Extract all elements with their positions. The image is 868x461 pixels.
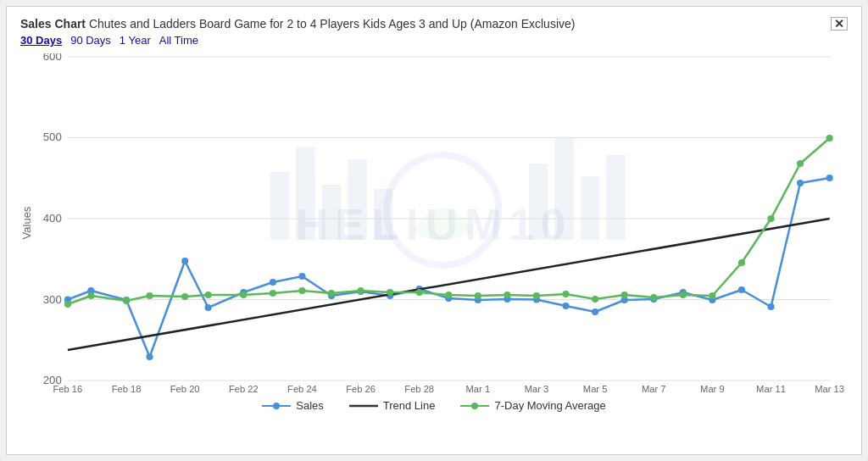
- svg-point-84: [650, 294, 657, 301]
- chart-container: Sales Chart Chutes and Ladders Board Gam…: [6, 6, 862, 455]
- svg-rect-4: [348, 159, 366, 240]
- svg-point-85: [680, 292, 687, 298]
- filter-alltime[interactable]: All Time: [159, 34, 198, 47]
- svg-point-60: [767, 303, 774, 310]
- chart-svg: HELIUM10: [20, 53, 848, 392]
- svg-text:600: 600: [43, 53, 62, 63]
- chart-area: HELIUM10: [20, 53, 848, 392]
- svg-rect-2: [296, 147, 314, 240]
- svg-point-74: [358, 287, 364, 294]
- close-button[interactable]: ✕: [831, 17, 848, 31]
- svg-point-88: [767, 215, 774, 222]
- svg-rect-8: [581, 176, 599, 240]
- svg-text:Feb 26: Feb 26: [346, 384, 376, 392]
- svg-point-44: [298, 273, 305, 280]
- filter-30days[interactable]: 30 Days: [20, 34, 62, 47]
- svg-rect-6: [529, 164, 548, 240]
- legend-trend-label: Trend Line: [383, 399, 436, 412]
- svg-text:Feb 28: Feb 28: [404, 384, 434, 392]
- svg-point-68: [181, 293, 188, 300]
- svg-point-39: [146, 353, 153, 360]
- svg-point-76: [416, 289, 423, 296]
- svg-point-89: [797, 160, 804, 167]
- svg-text:Values: Values: [20, 206, 33, 239]
- svg-text:Mar 7: Mar 7: [642, 384, 666, 392]
- chart-title: Sales Chart Chutes and Ladders Board Gam…: [20, 17, 575, 31]
- svg-point-80: [533, 292, 540, 299]
- legend-mavg-label: 7-Day Moving Average: [494, 399, 605, 412]
- svg-point-59: [738, 286, 745, 293]
- svg-point-64: [64, 301, 71, 308]
- svg-point-86: [709, 292, 715, 299]
- svg-point-41: [205, 304, 212, 311]
- svg-text:Feb 16: Feb 16: [53, 384, 83, 392]
- svg-text:Feb 20: Feb 20: [170, 384, 200, 392]
- chart-title-rest: Chutes and Ladders Board Game for 2 to 4…: [86, 17, 575, 31]
- svg-point-70: [240, 292, 247, 298]
- legend-sales-icon: [262, 401, 291, 411]
- svg-text:Feb 24: Feb 24: [287, 384, 317, 392]
- svg-point-54: [592, 308, 598, 315]
- filter-90days[interactable]: 90 Days: [70, 34, 111, 47]
- legend-mavg: 7-Day Moving Average: [460, 399, 605, 412]
- filter-1year[interactable]: 1 Year: [120, 34, 151, 47]
- svg-text:400: 400: [43, 212, 62, 225]
- svg-point-92: [273, 403, 280, 409]
- legend-trend-icon: [349, 401, 378, 411]
- svg-text:Mar 13: Mar 13: [815, 384, 844, 392]
- svg-point-71: [270, 290, 276, 297]
- chart-title-bold: Sales Chart: [20, 17, 86, 31]
- svg-point-82: [592, 296, 598, 303]
- svg-point-73: [328, 290, 335, 297]
- chart-header: Sales Chart Chutes and Ladders Board Gam…: [20, 17, 848, 31]
- svg-point-53: [562, 303, 569, 309]
- time-filter-bar: 30 Days 90 Days 1 Year All Time: [20, 34, 848, 47]
- svg-text:500: 500: [43, 131, 62, 143]
- svg-text:Feb 22: Feb 22: [229, 384, 259, 392]
- svg-point-65: [87, 292, 94, 299]
- svg-point-61: [797, 180, 804, 186]
- svg-point-67: [146, 292, 153, 299]
- chart-legend: Sales Trend Line 7-Day Moving Average: [20, 399, 848, 412]
- svg-point-95: [471, 403, 478, 409]
- svg-point-78: [475, 292, 481, 299]
- svg-text:Mar 11: Mar 11: [756, 384, 786, 392]
- svg-point-40: [181, 258, 188, 264]
- svg-text:Mar 3: Mar 3: [525, 384, 549, 392]
- svg-point-66: [123, 297, 130, 304]
- svg-rect-9: [606, 155, 625, 240]
- svg-rect-7: [554, 138, 573, 240]
- legend-sales: Sales: [262, 399, 324, 412]
- svg-point-83: [621, 292, 628, 298]
- legend-trend: Trend Line: [349, 399, 436, 412]
- svg-point-87: [738, 259, 745, 266]
- legend-sales-label: Sales: [296, 399, 324, 412]
- legend-mavg-icon: [460, 401, 489, 411]
- svg-point-72: [298, 287, 305, 294]
- svg-point-77: [445, 292, 452, 298]
- svg-text:Mar 9: Mar 9: [700, 384, 725, 392]
- svg-point-62: [826, 175, 833, 181]
- svg-text:Mar 5: Mar 5: [583, 384, 608, 392]
- svg-point-90: [826, 135, 833, 142]
- svg-point-69: [205, 292, 212, 298]
- svg-text:Mar 1: Mar 1: [466, 384, 491, 392]
- svg-rect-3: [322, 185, 341, 240]
- svg-text:300: 300: [43, 293, 62, 306]
- svg-text:Feb 18: Feb 18: [112, 384, 142, 392]
- svg-point-81: [562, 291, 569, 297]
- svg-rect-1: [270, 172, 289, 240]
- svg-point-79: [504, 292, 510, 298]
- svg-point-43: [270, 279, 276, 286]
- svg-point-75: [387, 289, 393, 296]
